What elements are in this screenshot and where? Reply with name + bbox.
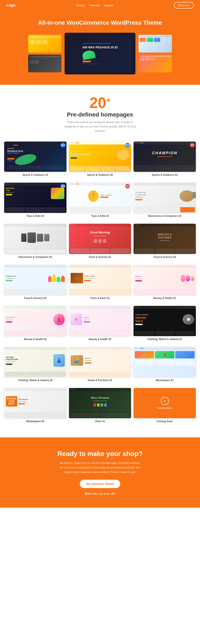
count-description: There are various pre-designed layouts w… <box>63 120 137 133</box>
cta-button[interactable]: Get Stormart Theme <box>80 480 120 488</box>
nav-features[interactable]: Features <box>89 4 100 7</box>
grid-row-5: Spring New Collection 💄 Beauty & Hea <box>4 306 196 341</box>
thumb-toys2[interactable]: HOT 👶 Baby Collection <box>69 183 131 213</box>
grid-item-electronics2[interactable]: Electronics & Computers 02 <box>4 224 66 258</box>
thumb-home[interactable]: 🛋️ Home & Furniture <box>69 347 131 377</box>
hero-left-images <box>28 35 61 72</box>
header: Logo Demos Features Support Purchase <box>0 0 200 11</box>
label-tools: Tools & Parts 01 <box>90 297 110 300</box>
label-marketplace1: Marketplace 01 <box>156 379 174 382</box>
grid-item-sports3[interactable]: HOT CHAMPION <box>134 142 196 176</box>
hero-title: All-in-one WooCommerce WordPress Theme <box>6 19 194 26</box>
grid-item-marketplace2[interactable]: KITCHENCASH BACK Marketplace Multi-vendo… <box>4 388 66 423</box>
badge-new-sports2: NEW <box>125 143 130 148</box>
thumb-beauty3[interactable]: 🌸 Luxury Skincare <box>69 306 131 336</box>
thumb-coming[interactable]: + Coming Soon <box>134 388 196 418</box>
thumb-food3[interactable]: Healthy food & regular diet <box>4 265 66 295</box>
grid-item-coming[interactable]: + Coming Soon Coming Soon <box>134 388 196 423</box>
grid-item-toys2[interactable]: HOT 👶 Baby Collection <box>69 183 131 218</box>
logo: Logo <box>6 3 15 8</box>
cta-footer: Made with ♥ by Cove_WP <box>6 492 194 495</box>
thumb-clothing1[interactable]: S/S 2020 COLLECTION Fashion Store 👗 <box>4 347 66 377</box>
thumb-tools[interactable]: 🌿 Tools & Parts Best Selection <box>69 265 131 295</box>
grid-item-home[interactable]: 🛋️ Home & Furniture Home & Furniture <box>69 347 131 382</box>
hero-images: AIR MAX PEGASUS 25 ID <box>6 33 194 74</box>
purchase-button[interactable]: Purchase <box>174 2 194 8</box>
hero-left-image-1 <box>28 35 61 52</box>
grid-item-other[interactable]: Merry Christmas & Happy New Year <box>69 388 131 423</box>
grid-row-1: NEW AIR MAX PEGASUS 35 ID Sports & Outdo… <box>4 142 196 176</box>
hero-section: All-in-one WooCommerce WordPress Theme <box>0 11 200 85</box>
hero-right-images <box>139 35 172 72</box>
grid-item-clothing2[interactable]: LIMITED OFFER GRAND SALE ⌚ Clothing, W <box>134 306 196 341</box>
count-section: 20+ Pre-defined homepages There are vari… <box>0 85 200 137</box>
label-toys2: Toys & Kids 02 <box>91 214 109 218</box>
coming-soon-text: Coming Soon <box>157 407 172 409</box>
grid-section: NEW AIR MAX PEGASUS 35 ID Sports & Outdo… <box>0 138 200 438</box>
thumb-other[interactable]: Merry Christmas & Happy New Year <box>69 388 131 418</box>
hero-laptop-content: AIR MAX PEGASUS 25 ID <box>80 41 120 66</box>
label-sports1: Sports & Outdoors 01 <box>22 174 48 176</box>
grid-item-tools[interactable]: 🌿 Tools & Parts Best Selection Tools <box>69 265 131 300</box>
label-clothing1: Clothing, Watch & Jewelry 02 <box>18 379 53 382</box>
cta-title: Ready to make your shop? <box>6 450 194 458</box>
label-food3: Food & Grocery 03 <box>24 297 46 300</box>
hero-right-image-2 <box>139 54 172 72</box>
badge-new: NEW <box>61 143 65 148</box>
grid-row-2: NEW Exclusive Toys NOW TOYS <box>4 183 196 218</box>
nav-support[interactable]: Support <box>104 4 113 7</box>
cta-description: No need to waste time to look for a bril… <box>58 461 142 474</box>
label-electronics1: Electronics & Computers 01 <box>148 214 182 218</box>
grid-item-beauty2[interactable]: Spring New Collection 💄 Beauty & Hea <box>4 306 66 341</box>
thumb-beauty2[interactable]: Spring New Collection 💄 <box>4 306 66 336</box>
grid-item-sports1[interactable]: NEW AIR MAX PEGASUS 35 ID Sports & Outdo… <box>4 142 66 176</box>
thumb-electronics1[interactable]: The easy way to capture your memories <box>134 183 196 213</box>
badge-hot-sports3: HOT <box>190 143 195 148</box>
nav-demos[interactable]: Demos <box>76 4 85 7</box>
grid-item-food2[interactable]: BREADS &PASTRIES Artisan Bakery Food & G… <box>134 224 196 258</box>
grid-row-4: Healthy food & regular diet <box>4 265 196 300</box>
main-nav: Demos Features Support <box>76 4 113 7</box>
hero-right-image-1 <box>139 35 172 52</box>
thumb-toys1[interactable]: NEW Exclusive Toys NOW TOYS <box>4 183 66 213</box>
thumb-marketplace1[interactable]: 🥬 🍎 🥕 <box>134 347 196 377</box>
label-sports2: Sports & Outdoors 02 <box>87 174 113 176</box>
grid-item-sports2[interactable]: NEW SPORTS SPORTS WEAR <box>69 142 131 176</box>
label-food1: Food & Grocery 01 <box>89 256 111 258</box>
hero-product-title: AIR MAX PEGASUS 25 ID <box>82 46 118 49</box>
grid-item-beauty1[interactable]: Beauty & Health <box>134 265 196 300</box>
hero-laptop-screen: AIR MAX PEGASUS 25 ID <box>69 36 131 72</box>
label-beauty3: Beauty & Health 03 <box>89 338 111 341</box>
grid-item-clothing1[interactable]: S/S 2020 COLLECTION Fashion Store 👗 C <box>4 347 66 382</box>
label-electronics2: Electronics & Computers 02 <box>18 256 52 258</box>
thumb-beauty1[interactable]: Beauty & Health <box>134 265 196 295</box>
label-clothing2: Clothing, Watch & Jewelry 01 <box>147 338 182 341</box>
count-subtitle: Pre-defined homepages <box>6 111 194 118</box>
thumb-food1[interactable]: Good Morning Fresh & Healthy <box>69 224 131 254</box>
thumb-sports2[interactable]: NEW SPORTS SPORTS WEAR <box>69 142 131 172</box>
grid-item-toys1[interactable]: NEW Exclusive Toys NOW TOYS <box>4 183 66 218</box>
label-toys1: Toys & Kids 01 <box>26 214 44 218</box>
label-beauty2: Beauty & Health 02 <box>24 338 47 341</box>
label-home: Home & Furniture 01 <box>88 379 112 382</box>
label-marketplace2: Marketplace 02 <box>26 420 44 423</box>
thumb-marketplace2[interactable]: KITCHENCASH BACK Marketplace Multi-vendo… <box>4 388 66 418</box>
label-beauty1: Beauty & Health 01 <box>153 297 176 300</box>
thumb-electronics2[interactable] <box>4 224 66 254</box>
label-sports3: Sports & Outdoors 03 <box>152 174 178 176</box>
label-food2: Food & Grocery 02 <box>154 256 176 258</box>
grid-item-electronics1[interactable]: The easy way to capture your memories <box>134 183 196 218</box>
grid-item-food3[interactable]: Healthy food & regular diet <box>4 265 66 300</box>
grid-item-marketplace1[interactable]: 🥬 🍎 🥕 Marketplace 01 <box>134 347 196 382</box>
hero-left-image-2 <box>28 54 61 72</box>
grid-item-food1[interactable]: Good Morning Fresh & Healthy <box>69 224 131 258</box>
label-other: Other 01 <box>95 420 105 423</box>
grid-item-beauty3[interactable]: 🌸 Luxury Skincare Beauty & Health 03 <box>69 306 131 341</box>
thumb-food2[interactable]: BREADS &PASTRIES Artisan Bakery <box>134 224 196 254</box>
thumb-sports3[interactable]: HOT CHAMPION <box>134 142 196 172</box>
badge-hot-toys2: HOT <box>125 184 130 188</box>
coming-plus-icon: + <box>161 397 169 405</box>
thumb-sports1[interactable]: NEW AIR MAX PEGASUS 35 ID Sports & Outdo… <box>4 142 66 172</box>
grid-row-3: Electronics & Computers 02 Good Morning … <box>4 224 196 258</box>
thumb-clothing2[interactable]: LIMITED OFFER GRAND SALE ⌚ <box>134 306 196 336</box>
